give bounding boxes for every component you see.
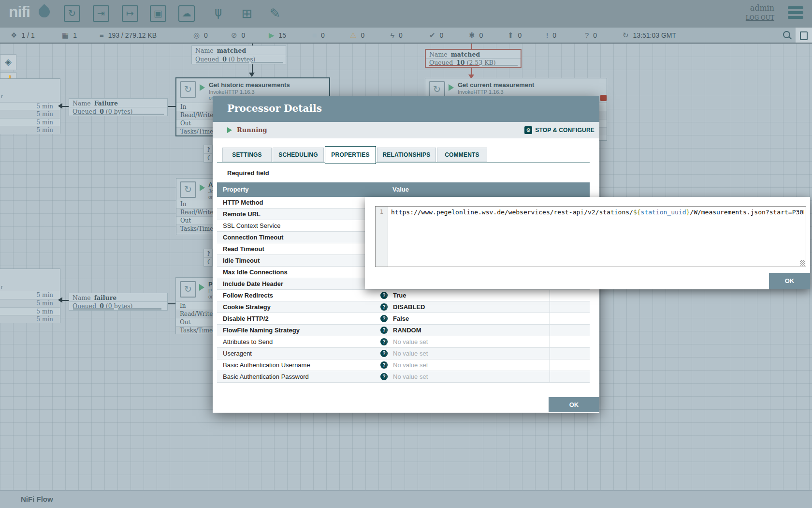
clipped-text-fragment: Qu — [207, 258, 210, 266]
connection-label-clipped[interactable]: Na Qu — [203, 145, 213, 163]
menu-bar — [788, 16, 803, 19]
tab-relationships[interactable]: RELATIONSHIPS — [377, 148, 436, 162]
tab-scheduling[interactable]: SCHEDULING — [273, 148, 324, 162]
status-value: 1 — [73, 31, 77, 39]
run-status-icon — [449, 84, 454, 91]
stat-row-readwrite: 5 min — [0, 299, 60, 307]
processor-type: InvokeHTTP 1.16.3 — [209, 89, 255, 95]
question-icon: ? — [585, 30, 589, 41]
dialog-ok-button[interactable]: OK — [549, 397, 599, 412]
label-name-key: Name — [72, 100, 91, 107]
connection-label-failure-top[interactable]: NameFailure Queued0 (0 bytes) — [69, 98, 168, 116]
connection-label-matched-current[interactable]: Namematched Queued10 (2.53 KB) — [425, 49, 522, 68]
processor-type: InvokeHTTP 1.16.3 — [458, 89, 504, 95]
tab-comments[interactable]: COMMENTS — [437, 148, 487, 162]
resize-handle-icon[interactable] — [800, 260, 805, 266]
value-cell[interactable]: No value set — [387, 336, 550, 347]
tab-underline — [217, 163, 590, 163]
birdseye-toggle-button[interactable] — [796, 28, 812, 43]
remote-process-group-icon[interactable]: ☁ — [178, 5, 195, 22]
stat-row-tasks: 5 min — [0, 126, 60, 134]
editor-code-line[interactable]: https://www.pegelonline.wsv.de/webservic… — [391, 209, 804, 216]
label-icon[interactable]: ✎ — [267, 5, 283, 22]
current-user: admin — [750, 3, 774, 13]
status-value: 0 — [321, 31, 325, 39]
processor-left-partial-top[interactable]: 5 min 5 min 5 min 5 min — [0, 78, 60, 134]
stat-row-tasks: 5 min — [0, 315, 60, 323]
refresh-icon[interactable]: ↻ — [623, 30, 629, 41]
stop-and-configure-button[interactable]: ⚙ STOP & CONFIGURE — [524, 126, 594, 134]
status-value: 0 — [552, 31, 556, 39]
status-value: 15 — [279, 31, 287, 39]
property-row-flowfile-naming-strategy[interactable]: FlowFile Naming Strategy?RANDOM — [217, 325, 590, 336]
output-port-icon[interactable]: ↦ — [122, 5, 138, 22]
value-editor-textarea[interactable]: 1 https://www.pegelonline.wsv.de/webserv… — [375, 206, 806, 267]
connection-arrow-icon — [58, 297, 62, 303]
tab-settings[interactable]: SETTINGS — [222, 148, 272, 162]
status-running: ▶15 — [269, 30, 286, 41]
processor-title-fragment: P — [208, 281, 213, 288]
spacer-cell — [550, 336, 590, 347]
url-prefix: https://www.pegelonline.wsv.de/webservic… — [391, 209, 633, 216]
connection-arrow-icon — [58, 103, 62, 109]
processor-icon: ↻ — [180, 281, 196, 298]
processor-left-partial-bottom[interactable]: 5 min 5 min 5 min 5 min — [0, 269, 60, 323]
process-group-icon[interactable]: ▣ — [150, 5, 166, 22]
status-invalid: ⚠0 — [350, 30, 364, 41]
funnel-icon[interactable]: ⋔ — [210, 5, 226, 22]
breadcrumb-bar: NiFi Flow — [0, 490, 812, 508]
label-name-value: matched — [217, 47, 246, 54]
value-cell[interactable]: No value set — [387, 348, 550, 359]
queue-percent-bar — [73, 308, 114, 310]
last-refresh-time: 13:51:03 GMT — [633, 31, 677, 39]
value-cell[interactable]: No value set — [387, 359, 550, 371]
template-icon[interactable]: ⊞ — [239, 5, 255, 22]
editor-gutter: 1 — [376, 207, 388, 267]
invokehttp-icon: ↻ — [429, 81, 445, 98]
search-icon[interactable] — [783, 31, 790, 38]
value-cell[interactable]: False — [387, 313, 550, 324]
stat-row-in: 5 min — [0, 291, 60, 299]
queue-size-bar — [118, 308, 161, 310]
property-row-disable-http2[interactable]: Disable HTTP/2?False — [217, 313, 590, 325]
property-row-basic-auth-password[interactable]: Basic Authentication Password?No value s… — [217, 371, 590, 383]
value-cell[interactable]: True — [387, 290, 550, 301]
connection-label-matched-historic[interactable]: Namematched Queued0 (0 bytes) — [191, 45, 286, 64]
editor-ok-button[interactable]: OK — [769, 273, 810, 289]
clipped-text-fragment: r — [1, 93, 3, 99]
connection-label-clipped[interactable]: Na Qu — [203, 249, 213, 267]
invalid-icon: ⚠ — [350, 30, 356, 41]
label-name-key: Name — [195, 47, 214, 54]
label-name-value: matched — [451, 51, 480, 58]
status-refresh[interactable]: ↻13:51:03 GMT — [623, 30, 676, 41]
navigate-palette-button[interactable]: ◈ — [0, 54, 16, 70]
value-cell[interactable]: RANDOM — [387, 325, 550, 336]
queue-percent-bar — [196, 62, 249, 63]
value-cell[interactable]: No value set — [387, 371, 550, 382]
property-value: RANDOM — [393, 327, 421, 334]
tab-properties[interactable]: PROPERTIES — [325, 146, 376, 164]
processor-bundle-fragment: or — [208, 194, 213, 200]
global-menu-icon[interactable] — [788, 6, 803, 21]
breadcrumb[interactable]: NiFi Flow — [21, 495, 53, 503]
property-value-unset: No value set — [393, 361, 428, 369]
property-row-basic-auth-username[interactable]: Basic Authentication Username?No value s… — [217, 359, 590, 371]
bulletin-indicator-icon[interactable] — [600, 95, 607, 101]
value-cell[interactable]: DISABLED — [387, 301, 550, 313]
property-row-useragent[interactable]: Useragent?No value set — [217, 348, 590, 359]
stat-row-out: 5 min — [0, 118, 60, 126]
stat-row-readwrite: 5 min — [0, 110, 60, 118]
logout-link[interactable]: LOG OUT — [746, 15, 774, 21]
clipped-text-fragment: Na — [207, 250, 210, 257]
spacer-cell — [550, 301, 590, 313]
input-port-icon[interactable]: ⇥ — [93, 5, 109, 22]
processor-icon[interactable]: ↻ — [64, 5, 80, 22]
status-active-threads: ▦1 — [62, 30, 77, 41]
label-name-value: failure — [94, 294, 117, 301]
property-row-cookie-strategy[interactable]: Cookie Strategy?DISABLED — [217, 301, 590, 313]
connection-label-failure-bottom[interactable]: Namefailure Queued0 (0 bytes) — [69, 293, 168, 311]
property-row-attributes-to-send[interactable]: Attributes to Send?No value set — [217, 336, 590, 348]
clipped-text-fragment: Na — [207, 146, 210, 153]
property-row-follow-redirects[interactable]: Follow Redirects?True — [217, 290, 590, 301]
property-value: True — [393, 292, 406, 299]
